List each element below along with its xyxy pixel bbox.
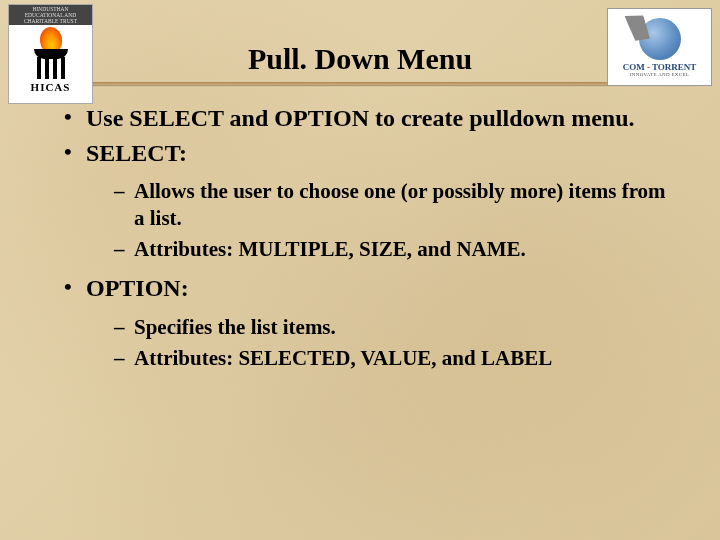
slide: HINDUSTHAN EDUCATIONAL AND CHARITABLE TR… <box>0 0 720 540</box>
bullet-item: Use SELECT and OPTION to create pulldown… <box>64 103 672 134</box>
logo-left-label: HICAS <box>31 81 71 93</box>
bullet-text: SELECT: <box>86 140 187 166</box>
sub-bullet-item: Attributes: SELECTED, VALUE, and LABEL <box>114 345 672 372</box>
sub-bullet-item: Attributes: MULTIPLE, SIZE, and NAME. <box>114 236 672 263</box>
sub-bullet-text: Attributes: MULTIPLE, SIZE, and NAME. <box>134 237 526 261</box>
brand-dash: - <box>645 62 652 72</box>
logo-left: HINDUSTHAN EDUCATIONAL AND CHARITABLE TR… <box>8 4 93 104</box>
sub-bullet-list: Allows the user to choose one (or possib… <box>86 178 672 263</box>
sub-bullet-text: Specifies the list items. <box>134 315 336 339</box>
bullet-text: Use SELECT and OPTION to create pulldown… <box>86 105 635 131</box>
slide-content: Use SELECT and OPTION to create pulldown… <box>0 85 720 372</box>
logo-left-banner: HINDUSTHAN EDUCATIONAL AND CHARITABLE TR… <box>9 5 92 25</box>
logo-left-banner-sub: EDUCATIONAL AND CHARITABLE TRUST <box>24 12 77 24</box>
logo-right-brand: COM - TORRENT <box>623 62 697 72</box>
sub-bullet-item: Specifies the list items. <box>114 314 672 341</box>
sub-bullet-item: Allows the user to choose one (or possib… <box>114 178 672 232</box>
bullet-item: OPTION: Specifies the list items. Attrib… <box>64 273 672 371</box>
bullet-list: Use SELECT and OPTION to create pulldown… <box>48 103 672 372</box>
logo-right-tagline: INNOVATE AND EXCEL <box>630 72 689 77</box>
brand-b: TORRENT <box>652 62 696 72</box>
bullet-item: SELECT: Allows the user to choose one (o… <box>64 138 672 263</box>
sub-bullet-text: Allows the user to choose one (or possib… <box>134 179 666 230</box>
brand-a: COM <box>623 62 645 72</box>
torch-icon <box>31 27 71 79</box>
sub-bullet-list: Specifies the list items. Attributes: SE… <box>86 314 672 372</box>
sub-bullet-text: Attributes: SELECTED, VALUE, and LABEL <box>134 346 552 370</box>
logo-right: COM - TORRENT INNOVATE AND EXCEL <box>607 8 712 86</box>
globe-icon <box>639 18 681 60</box>
bullet-text: OPTION: <box>86 275 189 301</box>
